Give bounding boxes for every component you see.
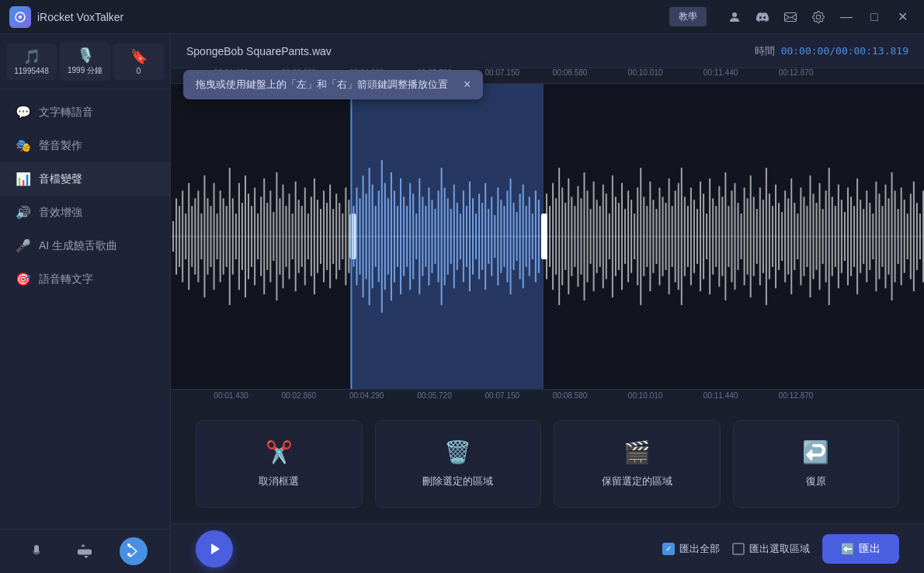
export-options: ✓ 匯出全部 匯出選取區域 ⬅️ 匯出 — [662, 534, 899, 564]
stat-bookmarks[interactable]: 🔖 0 — [113, 43, 164, 80]
stat-audio-count[interactable]: 🎵 11995448 — [6, 43, 57, 80]
svg-marker-242 — [211, 543, 220, 554]
title-bar: iRocket VoxTalker 教學 — □ ✕ — [0, 0, 924, 34]
app-title: iRocket VoxTalker — [37, 11, 123, 23]
mic-stat-icon: 🎙️ — [63, 47, 107, 64]
timeline-bottom-mark-6: 00:10.010 — [628, 391, 663, 400]
header-bar: SpongeBob SquarePants.wav 時間 00:00:00/00… — [171, 34, 924, 68]
scissors-tool[interactable] — [120, 537, 148, 565]
export-all-checkbox-label[interactable]: ✓ 匯出全部 — [662, 542, 720, 556]
timeline-bottom: 00:01.430 00:02.860 00:04.290 00:05.720 … — [171, 389, 924, 405]
stt-icon: 🎯 — [16, 272, 31, 286]
sidebar-stats: 🎵 11995448 🎙️ 1999 分鐘 🔖 0 — [0, 34, 170, 89]
timeline-bottom-mark-3: 00:05.720 — [417, 391, 452, 400]
tts-icon: 💬 — [16, 105, 31, 120]
timeline-mark-8: 00:12.870 — [779, 68, 814, 77]
sidebar-menu: 💬 文字轉語音 🎭 聲音製作 📊 音檔變聲 🔊 音效增強 🎤 AI 生成饒舌歌曲… — [0, 89, 170, 529]
discord-icon[interactable] — [750, 5, 775, 30]
timeline-bottom-mark-5: 00:08.580 — [553, 391, 588, 400]
export-icon: ⬅️ — [841, 543, 854, 555]
timeline-bottom-mark-1: 00:02.860 — [282, 391, 317, 400]
waveform-container[interactable]: 00:01.430 00:02.860 00:04.290 00:05.720 … — [171, 68, 924, 405]
user-icon[interactable] — [722, 5, 747, 30]
time-label: 時間 — [755, 44, 775, 58]
sidebar-item-voice-create[interactable]: 🎭 聲音製作 — [0, 129, 170, 162]
timeline-mark-7: 00:11.440 — [703, 68, 738, 77]
export-selected-label: 匯出選取區域 — [749, 542, 810, 556]
sidebar-bottom — [0, 529, 170, 573]
sidebar-item-voice-create-label: 聲音製作 — [39, 139, 82, 153]
sidebar-item-audio-enhance-label: 音效增強 — [39, 206, 82, 220]
keep-region-label: 保留選定的區域 — [602, 474, 672, 488]
timeline-bottom-mark-2: 00:04.290 — [349, 391, 384, 400]
keep-region-button[interactable]: 🎬 保留選定的區域 — [554, 420, 721, 508]
sidebar-item-ai-rap[interactable]: 🎤 AI 生成饒舌歌曲 — [0, 229, 170, 262]
app-logo — [9, 6, 31, 28]
trash-icon: 🗑️ — [444, 439, 471, 465]
export-button[interactable]: ⬅️ 匯出 — [822, 534, 899, 564]
undo-icon: ↩️ — [802, 439, 829, 465]
settings-icon[interactable] — [806, 5, 831, 30]
play-button[interactable] — [196, 530, 233, 568]
maximize-icon[interactable]: □ — [862, 5, 887, 30]
export-all-checkbox[interactable]: ✓ — [662, 543, 675, 555]
timeline-bottom-mark-0: 00:01.430 — [214, 391, 248, 400]
keep-icon: 🎬 — [624, 439, 651, 465]
stat-minutes[interactable]: 🎙️ 1999 分鐘 — [60, 42, 110, 81]
timeline-mark-5: 00:08.580 — [553, 68, 588, 77]
help-button[interactable]: 教學 — [669, 7, 707, 26]
file-name: SpongeBob SquarePants.wav — [186, 45, 332, 57]
waveform-display[interactable] — [171, 84, 924, 389]
mail-icon[interactable] — [778, 5, 803, 30]
content-area: SpongeBob SquarePants.wav 時間 00:00:00/00… — [171, 34, 924, 573]
title-bar-controls: 教學 — □ ✕ — [669, 5, 915, 30]
voice-change-icon: 📊 — [16, 172, 31, 186]
delete-region-label: 刪除選定的區域 — [422, 474, 493, 488]
sidebar-item-tts-label: 文字轉語音 — [39, 106, 93, 120]
sidebar-item-stt-label: 語音轉文字 — [39, 273, 93, 286]
tooltip-bar: 拖曳或使用鍵盤上的「左」和「右」箭頭鍵調整播放位置 × — [183, 70, 483, 99]
audio-icon: 🎵 — [9, 48, 54, 65]
sidebar-item-voice-change[interactable]: 📊 音檔變聲 — [0, 162, 170, 196]
export-selected-checkbox-label[interactable]: 匯出選取區域 — [732, 542, 810, 556]
time-value: 00:00:00/00:00:13.819 — [781, 45, 908, 57]
sidebar-item-audio-enhance[interactable]: 🔊 音效增強 — [0, 196, 170, 229]
cancel-selection-label: 取消框選 — [259, 474, 299, 488]
voice-create-icon: 🎭 — [16, 138, 31, 153]
tooltip-text: 拖曳或使用鍵盤上的「左」和「右」箭頭鍵調整播放位置 — [196, 78, 448, 92]
stat-value-2: 0 — [116, 67, 161, 75]
timeline-mark-4: 00:07.150 — [485, 68, 520, 77]
export-btn-label: 匯出 — [859, 542, 881, 556]
sidebar-item-stt[interactable]: 🎯 語音轉文字 — [0, 262, 170, 296]
title-bar-left: iRocket VoxTalker — [9, 6, 123, 28]
export-all-label: 匯出全部 — [679, 542, 720, 556]
delete-region-button[interactable]: 🗑️ 刪除選定的區域 — [375, 420, 542, 508]
tooltip-close-btn[interactable]: × — [464, 78, 471, 92]
scissors-icon: ✂️ — [266, 439, 293, 465]
action-row: ✂️ 取消框選 🗑️ 刪除選定的區域 🎬 保留選定的區域 ↩️ 復原 — [171, 405, 924, 523]
footer-bar: ✓ 匯出全部 匯出選取區域 ⬅️ 匯出 — [171, 523, 924, 573]
loop-tool[interactable] — [71, 537, 99, 565]
cancel-selection-button[interactable]: ✂️ 取消框選 — [196, 420, 363, 508]
sidebar: 🎵 11995448 🎙️ 1999 分鐘 🔖 0 💬 文字轉語音 🎭 — [0, 34, 171, 573]
undo-button[interactable]: ↩️ 復原 — [733, 420, 900, 508]
stat-value-0: 11995448 — [9, 67, 54, 75]
timeline-bottom-mark-8: 00:12.870 — [779, 391, 814, 400]
svg-line-3 — [130, 551, 137, 557]
bookmark-icon: 🔖 — [116, 48, 161, 65]
sidebar-item-ai-rap-label: AI 生成饒舌歌曲 — [39, 239, 117, 253]
export-selected-checkbox[interactable] — [732, 543, 745, 555]
close-icon[interactable]: ✕ — [890, 5, 915, 30]
audio-enhance-icon: 🔊 — [16, 205, 31, 220]
svg-line-2 — [130, 547, 137, 552]
sidebar-item-voice-change-label: 音檔變聲 — [39, 172, 82, 186]
timeline-mark-6: 00:10.010 — [628, 68, 663, 77]
timeline-bottom-mark-7: 00:11.440 — [703, 391, 738, 400]
undo-label: 復原 — [806, 474, 826, 488]
minimize-icon[interactable]: — — [834, 5, 859, 30]
main-layout: 🎵 11995448 🎙️ 1999 分鐘 🔖 0 💬 文字轉語音 🎭 — [0, 34, 924, 573]
waveform-svg — [171, 84, 924, 389]
ai-rap-icon: 🎤 — [16, 238, 31, 253]
mic-tool[interactable] — [23, 537, 50, 565]
sidebar-item-tts[interactable]: 💬 文字轉語音 — [0, 96, 170, 129]
